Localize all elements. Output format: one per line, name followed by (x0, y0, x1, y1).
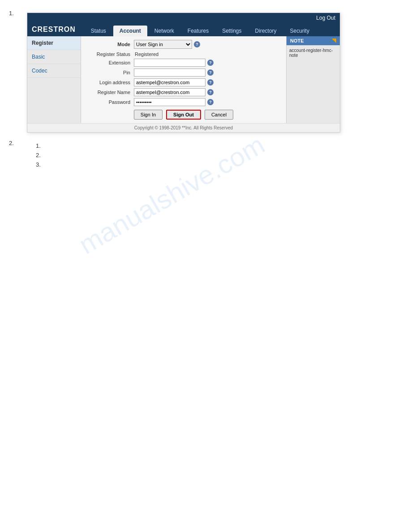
logo: CRESTRON (32, 26, 76, 36)
note-header: NOTE (287, 36, 340, 45)
mode-help-icon[interactable]: ? (194, 41, 200, 47)
list-item-1: 1. Log Out CRESTRON Status Account Netwo… (9, 9, 402, 133)
nav-tabs: Status Account Network Features Settings… (85, 26, 317, 36)
list-number-1: 1. (9, 9, 27, 17)
login-address-help-icon[interactable]: ? (207, 79, 214, 86)
ui-screenshot: Log Out CRESTRON Status Account Network … (27, 13, 340, 133)
form-row-register-name: Register Name ? (85, 88, 283, 96)
sub-number-3: 3. (36, 161, 49, 168)
cancel-button[interactable]: Cancel (205, 110, 233, 120)
pin-help-icon[interactable]: ? (207, 69, 214, 76)
ui-body: Register Basic Codec Mode User Sign in (27, 36, 340, 123)
register-status-label: Register Status (85, 51, 134, 57)
pin-input[interactable] (134, 69, 206, 77)
note-panel: NOTE account-register-hmc-note (286, 36, 340, 123)
list-item-2: 2. 1. 2. 3. (9, 139, 402, 171)
sign-out-button[interactable]: Sign Out (166, 110, 201, 120)
buttons-row: Sign In Sign Out Cancel (85, 110, 283, 120)
mode-row: Mode User Sign in ? (85, 40, 283, 49)
main-content: Mode User Sign in ? Register Status (81, 36, 286, 123)
password-help-icon[interactable]: ? (207, 99, 214, 105)
sidebar-item-codec[interactable]: Codec (27, 64, 81, 78)
sidebar-item-basic[interactable]: Basic (27, 50, 81, 64)
mode-label: Mode (85, 42, 134, 47)
form-row-extension: Extension ? (85, 59, 283, 67)
note-content: account-register-hmc-note (287, 45, 340, 60)
register-name-label: Register Name (85, 90, 134, 95)
register-name-value: ? (134, 88, 283, 96)
login-address-value: ? (134, 78, 283, 86)
tab-account[interactable]: Account (113, 26, 147, 36)
top-bar: Log Out (27, 13, 340, 23)
pin-label: Pin (85, 70, 134, 75)
sub-list: 1. 2. 3. (36, 142, 402, 168)
list-number-2: 2. (9, 139, 27, 146)
copyright: Copyright © 1998-2019 **Inc. All Rights … (27, 123, 340, 132)
sub-list-item-2: 2. (36, 152, 402, 159)
header: CRESTRON Status Account Network Features… (27, 23, 340, 36)
sign-in-button[interactable]: Sign In (134, 110, 163, 120)
sub-number-2: 2. (36, 152, 49, 159)
login-address-input[interactable] (134, 78, 206, 86)
extension-help-icon[interactable]: ? (207, 60, 214, 66)
password-value: ? (134, 98, 283, 106)
logout-button[interactable]: Log Out (316, 15, 335, 21)
tab-network[interactable]: Network (148, 26, 180, 36)
tab-security[interactable]: Security (284, 26, 316, 36)
sub-number-1: 1. (36, 142, 49, 149)
login-address-label: Login address (85, 80, 134, 85)
sub-list-item-3: 3. (36, 161, 402, 168)
tab-directory[interactable]: Directory (249, 26, 283, 36)
pin-value: ? (134, 69, 283, 77)
extension-label: Extension (85, 60, 134, 65)
tab-status[interactable]: Status (85, 26, 112, 36)
register-status-value: Registered (134, 51, 283, 57)
extension-input[interactable] (134, 59, 206, 67)
sidebar-item-register[interactable]: Register (27, 36, 81, 50)
password-input[interactable] (134, 98, 206, 106)
register-status-text: Registered (135, 51, 158, 57)
tab-settings[interactable]: Settings (216, 26, 248, 36)
register-name-input[interactable] (134, 88, 206, 96)
note-corner-icon (332, 39, 336, 43)
register-name-help-icon[interactable]: ? (207, 89, 214, 95)
form-row-pin: Pin ? (85, 69, 283, 77)
sub-list-item-1: 1. (36, 142, 402, 149)
mode-value: User Sign in ? (134, 40, 283, 49)
mode-select[interactable]: User Sign in (134, 40, 192, 49)
page-content: 1. Log Out CRESTRON Status Account Netwo… (9, 9, 402, 171)
note-header-label: NOTE (290, 38, 304, 43)
form-row-password: Password ? (85, 98, 283, 106)
form-row-login-address: Login address ? (85, 78, 283, 86)
sidebar: Register Basic Codec (27, 36, 81, 123)
form-row-register-status: Register Status Registered (85, 51, 283, 57)
password-label: Password (85, 99, 134, 105)
tab-features[interactable]: Features (181, 26, 215, 36)
extension-value: ? (134, 59, 283, 67)
